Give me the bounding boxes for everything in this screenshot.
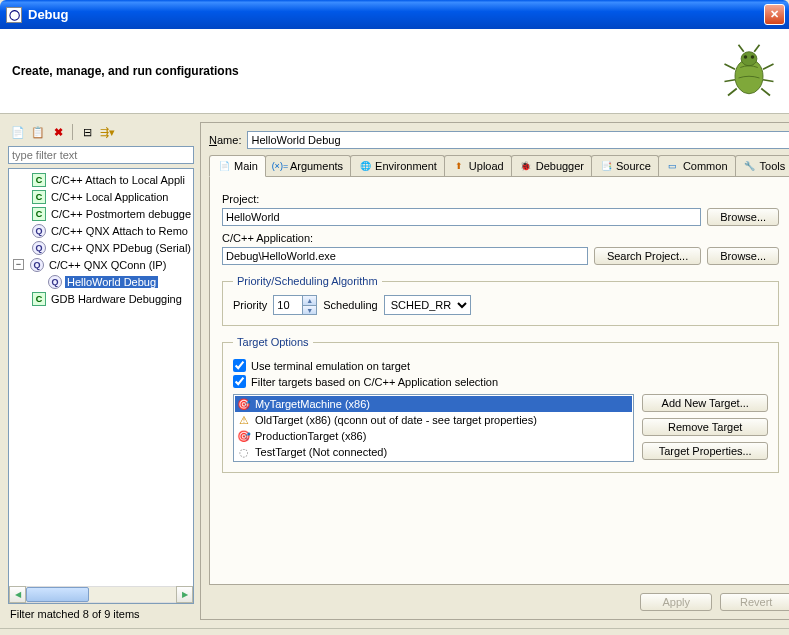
upload-tab-icon: ⬆ — [452, 159, 466, 173]
tree-item-qnx-pdebug[interactable]: QC/C++ QNX PDebug (Serial) — [13, 239, 193, 256]
scroll-right-icon[interactable]: ▶ — [176, 586, 193, 603]
app-icon: ◯ — [6, 7, 22, 23]
tree-item-gdb-hw[interactable]: CGDB Hardware Debugging — [13, 290, 193, 307]
target-list[interactable]: 🎯MyTargetMachine (x86) ⚠OldTarget (x86) … — [233, 394, 634, 462]
target-warning-icon: ⚠ — [237, 413, 251, 427]
environment-tab-icon: 🌐 — [358, 159, 372, 173]
arguments-tab-icon: (×)= — [273, 159, 287, 173]
target-row-oldtarget[interactable]: ⚠OldTarget (x86) (qconn out of date - se… — [235, 412, 632, 428]
left-panel: 📄 📋 ✖ ⊟ ⇶▾ CC/C++ Attach to Local Appli … — [8, 122, 194, 620]
svg-line-9 — [763, 80, 774, 82]
tree-item-local-app[interactable]: CC/C++ Local Application — [13, 188, 193, 205]
tools-tab-icon: 🔧 — [743, 159, 757, 173]
priority-spinner[interactable]: ▲▼ — [273, 295, 317, 315]
target-options-group: Target Options Use terminal emulation on… — [222, 336, 779, 473]
duplicate-config-icon[interactable]: 📋 — [30, 124, 46, 140]
app-browse-button[interactable]: Browse... — [707, 247, 779, 265]
svg-point-2 — [744, 55, 748, 59]
tree-collapse-icon[interactable]: − — [13, 259, 24, 270]
target-disconnected-icon: ◌ — [237, 445, 251, 459]
add-target-button[interactable]: Add New Target... — [642, 394, 768, 412]
new-config-icon[interactable]: 📄 — [10, 124, 26, 140]
priority-group: Priority/Scheduling Algorithm Priority ▲… — [222, 275, 779, 326]
svg-line-10 — [728, 89, 737, 96]
project-input[interactable] — [222, 208, 701, 226]
target-options-legend: Target Options — [233, 336, 313, 348]
svg-point-3 — [751, 55, 755, 59]
app-input[interactable] — [222, 247, 588, 265]
apply-revert-row: Apply Revert — [209, 585, 789, 611]
tab-debugger[interactable]: 🐞Debugger — [511, 155, 592, 176]
name-input[interactable] — [247, 131, 789, 149]
scheduling-select[interactable]: SCHED_RR — [384, 295, 471, 315]
dialog-header: Create, manage, and run configurations — [0, 29, 789, 114]
common-tab-icon: ▭ — [666, 159, 680, 173]
dialog-footer: ? Debug Close — [0, 628, 789, 635]
tab-bar: 📄Main (×)=Arguments 🌐Environment ⬆Upload… — [209, 155, 789, 177]
svg-line-4 — [739, 45, 744, 52]
project-browse-button[interactable]: Browse... — [707, 208, 779, 226]
tab-source[interactable]: 📑Source — [591, 155, 659, 176]
collapse-all-icon[interactable]: ⊟ — [79, 124, 95, 140]
filter-targets-checkbox[interactable]: Filter targets based on C/C++ Applicatio… — [233, 375, 768, 388]
right-panel: Name: 📄Main (×)=Arguments 🌐Environment ⬆… — [200, 122, 789, 620]
priority-input[interactable] — [274, 296, 302, 314]
scroll-thumb[interactable] — [26, 587, 89, 602]
svg-line-11 — [761, 89, 770, 96]
tree-hscrollbar[interactable]: ◀ ▶ — [9, 586, 193, 603]
debugger-tab-icon: 🐞 — [519, 159, 533, 173]
project-label: Project: — [222, 193, 779, 205]
target-properties-button[interactable]: Target Properties... — [642, 442, 768, 460]
target-icon: 🎯 — [237, 397, 251, 411]
title-bar: ◯ Debug ✕ — [0, 0, 789, 29]
spin-down-icon[interactable]: ▼ — [302, 305, 316, 314]
tab-arguments[interactable]: (×)=Arguments — [265, 155, 351, 176]
target-row-mytarget[interactable]: 🎯MyTargetMachine (x86) — [235, 396, 632, 412]
name-label: Name: — [209, 134, 241, 146]
tree-item-attach-local[interactable]: CC/C++ Attach to Local Appli — [13, 171, 193, 188]
spin-up-icon[interactable]: ▲ — [302, 296, 316, 305]
svg-line-6 — [725, 64, 736, 69]
main-area: 📄 📋 ✖ ⊟ ⇶▾ CC/C++ Attach to Local Appli … — [0, 114, 789, 628]
filter-status: Filter matched 8 of 9 items — [8, 604, 194, 620]
svg-point-1 — [741, 52, 757, 66]
priority-label: Priority — [233, 299, 267, 311]
remove-target-button[interactable]: Remove Target — [642, 418, 768, 436]
target-row-testtarget[interactable]: ◌TestTarget (Not connected) — [235, 444, 632, 460]
debug-bug-icon — [721, 43, 777, 99]
terminal-emu-checkbox[interactable]: Use terminal emulation on target — [233, 359, 768, 372]
tree-item-helloworld[interactable]: QHelloWorld Debug — [13, 273, 193, 290]
filter-menu-icon[interactable]: ⇶▾ — [99, 124, 115, 140]
app-label: C/C++ Application: — [222, 232, 779, 244]
revert-button[interactable]: Revert — [720, 593, 789, 611]
svg-line-8 — [725, 80, 736, 82]
tab-tools[interactable]: 🔧Tools — [735, 155, 789, 176]
window-close-button[interactable]: ✕ — [764, 4, 785, 25]
tree-item-qnx-attach[interactable]: QC/C++ QNX Attach to Remo — [13, 222, 193, 239]
priority-legend: Priority/Scheduling Algorithm — [233, 275, 382, 287]
tree-item-qnx-qconn[interactable]: −QC/C++ QNX QConn (IP) — [13, 256, 193, 273]
svg-line-7 — [763, 64, 774, 69]
tab-main[interactable]: 📄Main — [209, 155, 266, 177]
delete-config-icon[interactable]: ✖ — [50, 124, 66, 140]
apply-button[interactable]: Apply — [640, 593, 712, 611]
left-toolbar: 📄 📋 ✖ ⊟ ⇶▾ — [8, 122, 194, 146]
window-title: Debug — [28, 7, 764, 22]
source-tab-icon: 📑 — [599, 159, 613, 173]
tab-upload[interactable]: ⬆Upload — [444, 155, 512, 176]
tab-environment[interactable]: 🌐Environment — [350, 155, 445, 176]
config-tree[interactable]: CC/C++ Attach to Local Appli CC/C++ Loca… — [8, 168, 194, 604]
tab-common[interactable]: ▭Common — [658, 155, 736, 176]
tab-body-main: Project: Browse... C/C++ Application: Se… — [209, 177, 789, 585]
toolbar-separator — [72, 124, 73, 140]
tree-item-postmortem[interactable]: CC/C++ Postmortem debugge — [13, 205, 193, 222]
target-icon: 🎯 — [237, 429, 251, 443]
scheduling-label: Scheduling — [323, 299, 377, 311]
main-tab-icon: 📄 — [217, 159, 231, 173]
target-row-production[interactable]: 🎯ProductionTarget (x86) — [235, 428, 632, 444]
dialog-title: Create, manage, and run configurations — [12, 64, 721, 78]
search-project-button[interactable]: Search Project... — [594, 247, 701, 265]
svg-line-5 — [754, 45, 759, 52]
scroll-left-icon[interactable]: ◀ — [9, 586, 26, 603]
filter-input[interactable] — [8, 146, 194, 164]
